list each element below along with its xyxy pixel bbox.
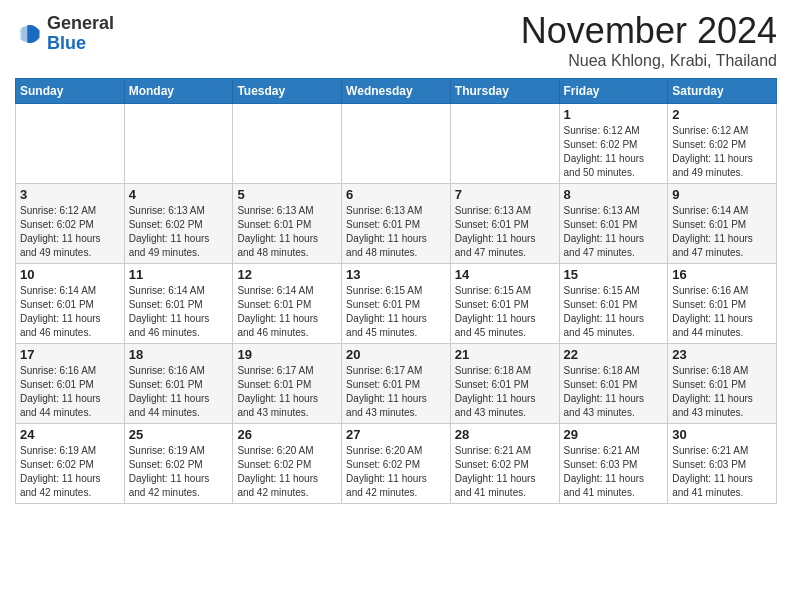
calendar-cell: 1Sunrise: 6:12 AM Sunset: 6:02 PM Daylig… — [559, 104, 668, 184]
day-info: Sunrise: 6:13 AM Sunset: 6:01 PM Dayligh… — [237, 204, 337, 260]
day-info: Sunrise: 6:18 AM Sunset: 6:01 PM Dayligh… — [672, 364, 772, 420]
day-number: 4 — [129, 187, 229, 202]
day-info: Sunrise: 6:16 AM Sunset: 6:01 PM Dayligh… — [672, 284, 772, 340]
calendar-table: SundayMondayTuesdayWednesdayThursdayFrid… — [15, 78, 777, 504]
logo-blue-text: Blue — [47, 33, 86, 53]
day-header-wednesday: Wednesday — [342, 79, 451, 104]
day-number: 29 — [564, 427, 664, 442]
calendar-cell: 14Sunrise: 6:15 AM Sunset: 6:01 PM Dayli… — [450, 264, 559, 344]
day-info: Sunrise: 6:13 AM Sunset: 6:01 PM Dayligh… — [455, 204, 555, 260]
calendar-cell: 11Sunrise: 6:14 AM Sunset: 6:01 PM Dayli… — [124, 264, 233, 344]
day-number: 19 — [237, 347, 337, 362]
calendar-cell: 22Sunrise: 6:18 AM Sunset: 6:01 PM Dayli… — [559, 344, 668, 424]
day-header-monday: Monday — [124, 79, 233, 104]
day-header-thursday: Thursday — [450, 79, 559, 104]
calendar-week-2: 3Sunrise: 6:12 AM Sunset: 6:02 PM Daylig… — [16, 184, 777, 264]
day-info: Sunrise: 6:20 AM Sunset: 6:02 PM Dayligh… — [237, 444, 337, 500]
day-number: 3 — [20, 187, 120, 202]
calendar-cell: 21Sunrise: 6:18 AM Sunset: 6:01 PM Dayli… — [450, 344, 559, 424]
day-info: Sunrise: 6:20 AM Sunset: 6:02 PM Dayligh… — [346, 444, 446, 500]
day-info: Sunrise: 6:12 AM Sunset: 6:02 PM Dayligh… — [20, 204, 120, 260]
day-number: 11 — [129, 267, 229, 282]
day-info: Sunrise: 6:18 AM Sunset: 6:01 PM Dayligh… — [455, 364, 555, 420]
page-header: General Blue November 2024 Nuea Khlong, … — [15, 10, 777, 70]
day-number: 13 — [346, 267, 446, 282]
month-title: November 2024 — [521, 10, 777, 52]
calendar-cell: 12Sunrise: 6:14 AM Sunset: 6:01 PM Dayli… — [233, 264, 342, 344]
calendar-cell: 26Sunrise: 6:20 AM Sunset: 6:02 PM Dayli… — [233, 424, 342, 504]
day-header-sunday: Sunday — [16, 79, 125, 104]
calendar-cell — [16, 104, 125, 184]
day-info: Sunrise: 6:13 AM Sunset: 6:02 PM Dayligh… — [129, 204, 229, 260]
calendar-week-3: 10Sunrise: 6:14 AM Sunset: 6:01 PM Dayli… — [16, 264, 777, 344]
calendar-cell: 25Sunrise: 6:19 AM Sunset: 6:02 PM Dayli… — [124, 424, 233, 504]
day-number: 9 — [672, 187, 772, 202]
day-number: 20 — [346, 347, 446, 362]
day-info: Sunrise: 6:14 AM Sunset: 6:01 PM Dayligh… — [20, 284, 120, 340]
day-number: 21 — [455, 347, 555, 362]
calendar-cell: 18Sunrise: 6:16 AM Sunset: 6:01 PM Dayli… — [124, 344, 233, 424]
calendar-cell: 15Sunrise: 6:15 AM Sunset: 6:01 PM Dayli… — [559, 264, 668, 344]
calendar-cell: 20Sunrise: 6:17 AM Sunset: 6:01 PM Dayli… — [342, 344, 451, 424]
day-info: Sunrise: 6:13 AM Sunset: 6:01 PM Dayligh… — [564, 204, 664, 260]
logo-general-text: General — [47, 13, 114, 33]
calendar-cell: 16Sunrise: 6:16 AM Sunset: 6:01 PM Dayli… — [668, 264, 777, 344]
calendar-cell: 17Sunrise: 6:16 AM Sunset: 6:01 PM Dayli… — [16, 344, 125, 424]
calendar-cell: 29Sunrise: 6:21 AM Sunset: 6:03 PM Dayli… — [559, 424, 668, 504]
calendar-cell: 6Sunrise: 6:13 AM Sunset: 6:01 PM Daylig… — [342, 184, 451, 264]
day-number: 24 — [20, 427, 120, 442]
day-number: 5 — [237, 187, 337, 202]
day-number: 15 — [564, 267, 664, 282]
calendar-cell: 13Sunrise: 6:15 AM Sunset: 6:01 PM Dayli… — [342, 264, 451, 344]
calendar-cell: 28Sunrise: 6:21 AM Sunset: 6:02 PM Dayli… — [450, 424, 559, 504]
day-number: 12 — [237, 267, 337, 282]
day-info: Sunrise: 6:14 AM Sunset: 6:01 PM Dayligh… — [237, 284, 337, 340]
day-number: 30 — [672, 427, 772, 442]
day-number: 23 — [672, 347, 772, 362]
day-number: 17 — [20, 347, 120, 362]
calendar-cell: 9Sunrise: 6:14 AM Sunset: 6:01 PM Daylig… — [668, 184, 777, 264]
calendar-cell: 5Sunrise: 6:13 AM Sunset: 6:01 PM Daylig… — [233, 184, 342, 264]
day-info: Sunrise: 6:13 AM Sunset: 6:01 PM Dayligh… — [346, 204, 446, 260]
day-info: Sunrise: 6:17 AM Sunset: 6:01 PM Dayligh… — [346, 364, 446, 420]
calendar-cell: 19Sunrise: 6:17 AM Sunset: 6:01 PM Dayli… — [233, 344, 342, 424]
logo: General Blue — [15, 14, 114, 54]
day-number: 27 — [346, 427, 446, 442]
day-number: 28 — [455, 427, 555, 442]
calendar-cell: 3Sunrise: 6:12 AM Sunset: 6:02 PM Daylig… — [16, 184, 125, 264]
calendar-cell: 24Sunrise: 6:19 AM Sunset: 6:02 PM Dayli… — [16, 424, 125, 504]
day-info: Sunrise: 6:15 AM Sunset: 6:01 PM Dayligh… — [564, 284, 664, 340]
day-header-saturday: Saturday — [668, 79, 777, 104]
day-info: Sunrise: 6:21 AM Sunset: 6:03 PM Dayligh… — [564, 444, 664, 500]
day-info: Sunrise: 6:18 AM Sunset: 6:01 PM Dayligh… — [564, 364, 664, 420]
day-number: 1 — [564, 107, 664, 122]
day-info: Sunrise: 6:12 AM Sunset: 6:02 PM Dayligh… — [564, 124, 664, 180]
day-header-friday: Friday — [559, 79, 668, 104]
calendar-cell: 30Sunrise: 6:21 AM Sunset: 6:03 PM Dayli… — [668, 424, 777, 504]
day-number: 8 — [564, 187, 664, 202]
calendar-cell: 8Sunrise: 6:13 AM Sunset: 6:01 PM Daylig… — [559, 184, 668, 264]
day-info: Sunrise: 6:19 AM Sunset: 6:02 PM Dayligh… — [129, 444, 229, 500]
day-number: 26 — [237, 427, 337, 442]
calendar-cell: 4Sunrise: 6:13 AM Sunset: 6:02 PM Daylig… — [124, 184, 233, 264]
day-info: Sunrise: 6:14 AM Sunset: 6:01 PM Dayligh… — [129, 284, 229, 340]
calendar-cell — [124, 104, 233, 184]
day-number: 14 — [455, 267, 555, 282]
calendar-cell: 27Sunrise: 6:20 AM Sunset: 6:02 PM Dayli… — [342, 424, 451, 504]
day-info: Sunrise: 6:16 AM Sunset: 6:01 PM Dayligh… — [20, 364, 120, 420]
day-number: 25 — [129, 427, 229, 442]
logo-icon — [15, 20, 43, 48]
calendar-cell: 10Sunrise: 6:14 AM Sunset: 6:01 PM Dayli… — [16, 264, 125, 344]
day-info: Sunrise: 6:15 AM Sunset: 6:01 PM Dayligh… — [455, 284, 555, 340]
day-number: 10 — [20, 267, 120, 282]
day-number: 7 — [455, 187, 555, 202]
calendar-week-4: 17Sunrise: 6:16 AM Sunset: 6:01 PM Dayli… — [16, 344, 777, 424]
day-number: 18 — [129, 347, 229, 362]
day-info: Sunrise: 6:21 AM Sunset: 6:02 PM Dayligh… — [455, 444, 555, 500]
day-header-tuesday: Tuesday — [233, 79, 342, 104]
calendar-cell: 23Sunrise: 6:18 AM Sunset: 6:01 PM Dayli… — [668, 344, 777, 424]
day-number: 16 — [672, 267, 772, 282]
calendar-cell: 2Sunrise: 6:12 AM Sunset: 6:02 PM Daylig… — [668, 104, 777, 184]
calendar-cell: 7Sunrise: 6:13 AM Sunset: 6:01 PM Daylig… — [450, 184, 559, 264]
day-number: 2 — [672, 107, 772, 122]
